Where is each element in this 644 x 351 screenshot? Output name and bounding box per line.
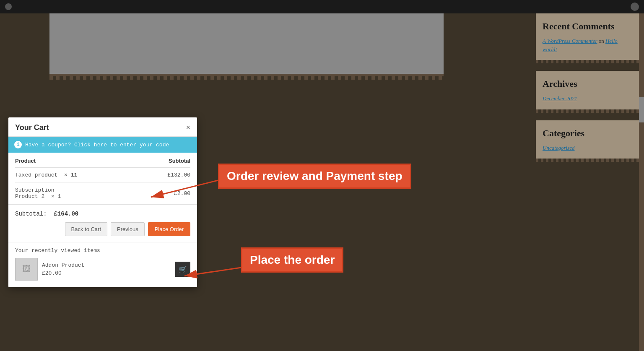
page-scrollbar-thumb[interactable] xyxy=(639,97,644,122)
back-to-cart-button[interactable]: Back to Cart xyxy=(65,222,108,236)
cart-modal: Your Cart × i Have a coupon? Click here … xyxy=(8,117,197,287)
add-to-cart-button-0[interactable]: 🛒 xyxy=(175,262,190,277)
widget-content-recent-comments: A WordPress Commenter on Hello world! xyxy=(543,37,633,53)
cart-buttons: Back to Cart Previous Place Order xyxy=(15,222,190,236)
topbar-right xyxy=(631,3,639,11)
product-thumb-icon: 🖼 xyxy=(22,264,31,274)
cart-close-button[interactable]: × xyxy=(186,123,190,132)
top-bar xyxy=(0,0,644,13)
annotation-order-review-box: Order review and Payment step xyxy=(218,164,411,189)
widget-title-recent-comments: Recent Comments xyxy=(543,21,633,32)
header-image xyxy=(49,13,444,76)
coupon-info-icon: i xyxy=(14,141,22,148)
topbar-circle-icon xyxy=(631,3,639,11)
widget-recent-comments: Recent Comments A WordPress Commenter on… xyxy=(536,13,640,60)
page-scrollbar[interactable] xyxy=(639,13,644,351)
product-name-0: Addon Product xyxy=(42,262,171,268)
widget-title-categories: Categories xyxy=(543,128,633,139)
cart-items-area[interactable]: Product Subtotal Taxed product × 11 £132… xyxy=(8,153,197,204)
widget-content-categories: Uncategorized xyxy=(543,144,633,152)
cart-item-1-subtotal: £2.00 xyxy=(174,190,190,197)
categories-uncategorized-link[interactable]: Uncategorized xyxy=(543,145,575,151)
cart-table-header: Product Subtotal xyxy=(15,153,190,168)
annotation-place-order: Place the order xyxy=(241,247,343,273)
widget-title-archives: Archives xyxy=(543,78,633,89)
sidebar: Recent Comments A WordPress Commenter on… xyxy=(536,13,640,166)
annotation-order-review: Order review and Payment step xyxy=(218,164,411,189)
annotation-place-order-box: Place the order xyxy=(241,247,343,273)
cart-subtotal: Subtotal: £164.00 xyxy=(15,211,190,217)
cart-item-0: Taxed product × 11 £132.00 xyxy=(15,168,190,183)
col-subtotal: Subtotal xyxy=(169,158,190,164)
product-thumbnail-0: 🖼 xyxy=(15,258,38,281)
coupon-bar[interactable]: i Have a coupon? Click here to enter you… xyxy=(8,137,197,153)
recently-viewed: Your recently viewed items 🖼 Addon Produ… xyxy=(8,242,197,287)
header-border xyxy=(49,76,444,80)
place-order-button[interactable]: Place Order xyxy=(148,222,190,236)
product-item-0: 🖼 Addon Product £20.00 🛒 xyxy=(15,258,190,281)
previous-button[interactable]: Previous xyxy=(111,222,145,236)
product-price-0: £20.00 xyxy=(42,270,171,276)
recently-viewed-title: Your recently viewed items xyxy=(15,247,190,254)
cart-icon: 🛒 xyxy=(179,265,187,273)
widget-content-archives: December 2021 xyxy=(543,94,633,103)
cart-item-1-name: SubscriptionProduct 2 × 1 xyxy=(15,187,61,200)
product-info-0: Addon Product £20.00 xyxy=(42,262,171,276)
widget-archives: Archives December 2021 xyxy=(536,71,640,109)
recent-comments-author-link[interactable]: A WordPress Commenter xyxy=(543,38,597,44)
widget-categories: Categories Uncategorized xyxy=(536,120,640,159)
col-product: Product xyxy=(15,158,36,164)
archives-december-link[interactable]: December 2021 xyxy=(543,95,577,101)
cart-item-0-subtotal: £132.00 xyxy=(167,172,190,178)
cart-footer: Subtotal: £164.00 Back to Cart Previous … xyxy=(8,204,197,242)
browser-favicon xyxy=(5,3,12,10)
cart-item-1: SubscriptionProduct 2 × 1 £2.00 xyxy=(15,183,190,204)
recent-comments-on: on xyxy=(599,38,604,44)
cart-title: Your Cart xyxy=(15,123,49,132)
cart-header: Your Cart × xyxy=(8,117,197,137)
cart-item-0-name: Taxed product × 11 xyxy=(15,172,77,178)
subtotal-label: Subtotal: xyxy=(15,211,47,217)
coupon-text: Have a coupon? Click here to enter your … xyxy=(25,142,169,148)
subtotal-value: £164.00 xyxy=(54,211,78,217)
